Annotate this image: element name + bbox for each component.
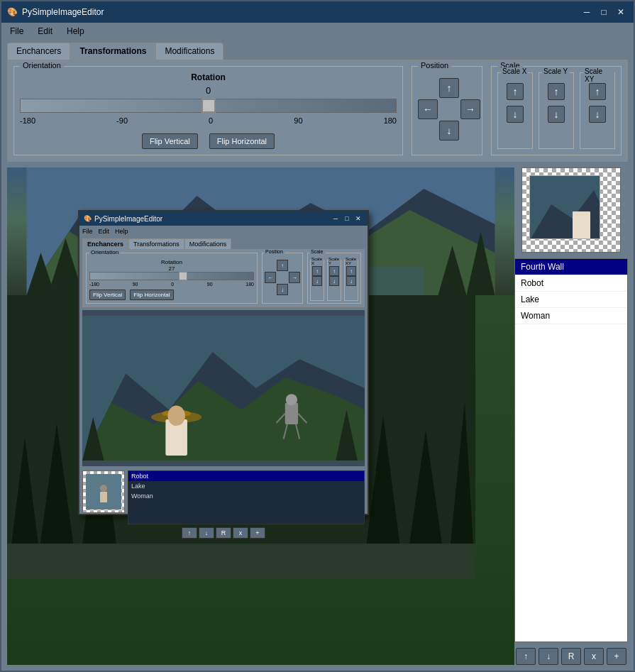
rotation-slider[interactable]	[20, 99, 397, 113]
layer-list[interactable]: Fourth Wall Robot Lake Woman	[514, 258, 628, 642]
inner-arrow-down[interactable]: ↓	[277, 284, 288, 295]
tab-modifications[interactable]: Modifications	[155, 43, 223, 60]
inner-layer-item-robot[interactable]: Robot	[128, 471, 364, 481]
inner-scale-x: Scale X ↑ ↓	[310, 260, 324, 301]
layer-item-fourth-wall[interactable]: Fourth Wall	[515, 259, 627, 275]
mark-neg180: -180	[20, 116, 35, 125]
inner-rotation-value: 27	[89, 265, 254, 272]
inner-menu-help[interactable]: Help	[115, 228, 128, 235]
slider-marks: -180 -90 0 90 180	[20, 116, 397, 125]
inner-tab-modifications[interactable]: Modifications	[184, 238, 232, 249]
title-controls: ─ □ ✕	[580, 5, 628, 19]
inner-arrow-left[interactable]: ←	[265, 272, 276, 283]
arrow-down-button[interactable]: ↓	[439, 121, 459, 141]
inner-orientation: Orientation Rotation 27 -180 90 0 90 180	[86, 253, 258, 304]
menu-edit[interactable]: Edit	[35, 25, 55, 38]
orientation-group: Orientation Rotation 0 -180 -90 0 90 180…	[13, 66, 403, 155]
flip-horizontal-button[interactable]: Flip Horizontal	[209, 133, 275, 149]
scale-xy-up-button[interactable]: ↑	[589, 83, 606, 100]
inner-position-group: Position ↑ ← → ↓	[262, 253, 303, 304]
window-title: PySimpleImageEditor	[22, 7, 104, 17]
inner-orientation-label: Orientation	[89, 249, 120, 255]
inner-arrow-right[interactable]: →	[289, 272, 300, 283]
thumbnail-inner-image	[529, 175, 600, 239]
scale-xy-down-button[interactable]: ↓	[589, 106, 606, 123]
layer-up-button[interactable]: ↑	[516, 648, 536, 665]
arrow-right-button[interactable]: →	[460, 99, 480, 119]
scale-x-down-button[interactable]: ↓	[507, 106, 524, 123]
layer-delete-button[interactable]: x	[584, 648, 604, 665]
inner-arrow-up[interactable]: ↑	[277, 260, 288, 271]
layer-down-button[interactable]: ↓	[539, 648, 558, 665]
rotation-label: Rotation	[191, 72, 226, 82]
scale-y-down-button[interactable]: ↓	[548, 106, 565, 123]
arrow-left-button[interactable]: ←	[418, 99, 438, 119]
maximize-button[interactable]: □	[597, 5, 611, 19]
inner-layer-item-lake[interactable]: Lake	[128, 481, 364, 491]
app-icon: 🎨	[7, 7, 18, 17]
tab-enchancers[interactable]: Enchancers	[7, 43, 70, 60]
inner-add-button[interactable]: +	[250, 527, 265, 539]
inner-close-button[interactable]: ✕	[353, 214, 363, 224]
inner-scale-x-label: Scale X	[311, 257, 324, 265]
main-content: 🎨 PySimpleImageEditor ─ □ ✕ File Edit He…	[1, 162, 634, 671]
inner-delete-button[interactable]: x	[233, 527, 248, 539]
tab-transformations[interactable]: Transformations	[70, 43, 155, 60]
inner-flip-horizontal-button[interactable]: Flip Horizontal	[130, 290, 173, 300]
orientation-label: Orientation	[20, 61, 64, 70]
inner-up-button[interactable]: ↑	[182, 527, 197, 539]
inner-scale-x-up[interactable]: ↑	[312, 266, 322, 276]
scale-y-up-button[interactable]: ↑	[548, 83, 565, 100]
inner-layer-item-woman[interactable]: Woman	[128, 491, 364, 501]
inner-maximize-button[interactable]: □	[342, 214, 352, 224]
close-button[interactable]: ✕	[614, 5, 628, 19]
layer-item-woman[interactable]: Woman	[515, 308, 627, 324]
svg-point-32	[100, 485, 107, 492]
inner-arrow-empty-tl	[265, 260, 276, 271]
inner-canvas-svg	[82, 310, 365, 466]
inner-menu-bar: File Edit Help	[79, 226, 368, 237]
inner-thumb-svg	[86, 474, 121, 509]
inner-scale-y-down[interactable]: ↓	[329, 276, 339, 286]
inner-scale-x-down[interactable]: ↓	[312, 276, 322, 286]
inner-rename-button[interactable]: R	[216, 527, 231, 539]
controls-panel: Orientation Rotation 0 -180 -90 0 90 180…	[7, 60, 628, 162]
mark-pos180: 180	[384, 116, 397, 125]
inner-scale-y-up[interactable]: ↑	[329, 266, 339, 276]
layer-rename-button[interactable]: R	[561, 648, 581, 665]
inner-flip-vertical-button[interactable]: Flip Vertical	[89, 290, 126, 300]
inner-rotation-slider[interactable]	[89, 272, 254, 280]
inner-window: 🎨 PySimpleImageEditor ─ □ ✕ File Edit He…	[78, 210, 369, 515]
layer-add-button[interactable]: +	[607, 648, 626, 665]
scale-x-up-button[interactable]: ↑	[507, 83, 524, 100]
canvas-area[interactable]: 🎨 PySimpleImageEditor ─ □ ✕ File Edit He…	[7, 167, 514, 665]
arrow-up-button[interactable]: ↑	[439, 78, 459, 98]
inner-minimize-button[interactable]: ─	[331, 214, 341, 224]
inner-tab-enchancers[interactable]: Enchancers	[82, 238, 128, 249]
menu-help[interactable]: Help	[64, 25, 87, 38]
inner-down-button[interactable]: ↓	[199, 527, 214, 539]
inner-scale-xy-down[interactable]: ↓	[346, 276, 356, 286]
inner-menu-file[interactable]: File	[82, 228, 93, 235]
rotation-value: 0	[206, 85, 211, 96]
svg-rect-21	[285, 402, 298, 424]
scale-x-group: Scale X ↑ ↓	[497, 72, 533, 149]
inner-canvas[interactable]	[82, 310, 365, 466]
svg-rect-36	[573, 211, 590, 239]
scale-group: Scale Scale X ↑ ↓ Scale Y ↑ ↓ Scale XY ↑…	[491, 66, 622, 155]
flip-buttons: Flip Vertical Flip Horizontal	[142, 133, 275, 149]
inner-menu-edit[interactable]: Edit	[99, 228, 110, 235]
inner-tab-transformations[interactable]: Transformations	[128, 238, 184, 249]
layer-item-robot[interactable]: Robot	[515, 275, 627, 292]
inner-position-label: Position	[264, 249, 285, 254]
inner-scale-xy-up[interactable]: ↑	[346, 266, 356, 276]
minimize-button[interactable]: ─	[580, 5, 594, 19]
menu-file[interactable]: File	[7, 25, 26, 38]
rotation-section: Rotation 0 -180 -90 0 90 180 Flip Vertic…	[20, 72, 397, 149]
inner-layer-list[interactable]: Robot Lake Woman	[128, 470, 365, 524]
inner-bottom-buttons: ↑ ↓ R x +	[79, 526, 368, 540]
inner-mark-neg180: -180	[89, 282, 99, 287]
layer-item-lake[interactable]: Lake	[515, 292, 627, 308]
flip-vertical-button[interactable]: Flip Vertical	[142, 133, 198, 149]
arrow-empty-center	[439, 99, 459, 119]
